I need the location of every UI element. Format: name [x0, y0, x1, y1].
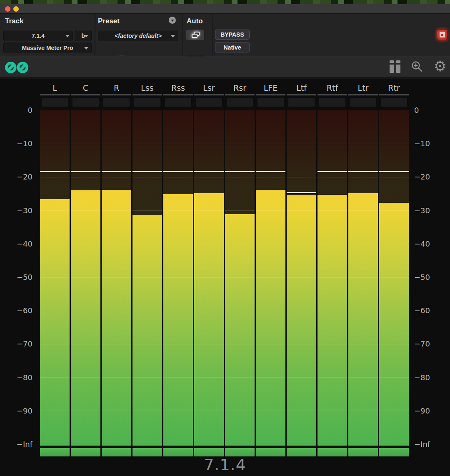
db-gridline [287, 144, 316, 144]
clip-indicator[interactable] [72, 98, 99, 107]
clip-indicator[interactable] [258, 98, 284, 107]
meter-level-bar [256, 190, 285, 446]
track-variant-selector[interactable]: b [75, 30, 92, 41]
db-scale-label: 0 [414, 105, 443, 115]
db-gridline [71, 177, 100, 177]
clip-indicator[interactable] [350, 98, 376, 107]
db-gridline [348, 177, 378, 177]
db-gridline [348, 411, 378, 411]
channel-underline [318, 95, 347, 95]
meter-footer-segment [379, 448, 409, 456]
clip-indicator[interactable] [319, 98, 345, 107]
db-gridline [40, 210, 70, 211]
meter-gradient [379, 203, 409, 446]
track-selector[interactable]: 7.1.4 [3, 30, 73, 41]
meter-column [102, 110, 131, 446]
preset-selector[interactable]: <factory default> [98, 30, 178, 41]
automation-button[interactable] [186, 29, 205, 40]
channel: Lss [132, 79, 162, 456]
preset-section-label: Preset [98, 17, 120, 25]
db-scale-label: −70 [414, 339, 443, 349]
db-gridline [163, 344, 193, 344]
db-gridline [225, 177, 255, 177]
db-gridline [40, 277, 70, 278]
chevron-down-icon [84, 47, 88, 50]
channel-underline [348, 95, 378, 95]
channel-underline [379, 95, 409, 95]
meter-gradient [40, 199, 70, 446]
db-gridline [132, 377, 162, 378]
db-gridline [256, 411, 285, 411]
db-gridline [379, 177, 409, 177]
plugin-selector-value: Massive Meter Pro [22, 45, 73, 51]
db-gridline [379, 344, 409, 344]
channel-underline [163, 95, 193, 95]
meter-area: 0−10−20−30−40−50−60−70−80−90−Inf LCRLssR… [0, 79, 450, 476]
channel-label: L [40, 79, 70, 95]
target-icon-core [441, 34, 443, 36]
channel-label: R [102, 79, 131, 95]
db-scale-label: −Inf [414, 439, 443, 449]
db-gridline [163, 244, 193, 244]
clip-indicator[interactable] [103, 98, 130, 107]
peak-hold-line [194, 171, 224, 172]
db-gridline [194, 377, 224, 378]
channel-underline [40, 95, 70, 95]
db-gridline [132, 411, 162, 411]
channel: Rsr [225, 79, 255, 456]
db-gridline [287, 411, 316, 411]
db-scale-label: −90 [414, 406, 443, 416]
db-gridline [256, 344, 285, 344]
clip-indicator[interactable] [381, 98, 407, 107]
pages-icon [191, 31, 200, 39]
meter-level-bar [287, 195, 316, 446]
bypass-button[interactable]: BYPASS [215, 30, 250, 40]
db-gridline [132, 144, 162, 144]
db-gridline [318, 344, 347, 344]
meter-footer-segment [40, 448, 70, 456]
db-scale-label: −30 [414, 206, 443, 216]
db-gridline [102, 277, 131, 278]
close-button[interactable] [5, 6, 10, 12]
plugin-selector[interactable]: Massive Meter Pro [3, 42, 92, 53]
db-gridline [256, 210, 285, 211]
peak-hold-line [256, 171, 285, 172]
db-gridline [287, 277, 316, 278]
clip-indicator[interactable] [165, 98, 191, 107]
channel: R [102, 79, 131, 456]
titlebar[interactable] [0, 4, 450, 14]
meter-hold-icon[interactable] [390, 60, 400, 73]
minimize-button[interactable] [13, 6, 19, 12]
preset-menu-icon[interactable] [169, 17, 176, 24]
clip-indicator[interactable] [196, 98, 222, 107]
hold-bar [390, 60, 394, 73]
clip-indicator[interactable] [227, 98, 253, 107]
meter-footer-segment [256, 448, 285, 456]
zoom-in-icon[interactable] [410, 60, 424, 73]
db-gridline [348, 244, 378, 244]
db-gridline [379, 244, 409, 244]
db-gridline [194, 411, 224, 411]
clip-indicator[interactable] [288, 98, 315, 107]
meter-footer-segment [225, 448, 255, 456]
channel: Rtr [379, 79, 409, 456]
clip-indicator[interactable] [42, 98, 68, 107]
db-gridline [71, 411, 100, 411]
db-gridline [102, 177, 131, 177]
target-button[interactable] [437, 29, 448, 40]
meter-level-bar [163, 194, 193, 446]
meter-column [287, 110, 316, 446]
db-gridline [163, 411, 193, 411]
channel-label: Ltr [348, 79, 378, 95]
channel-label: Rtf [318, 79, 347, 95]
settings-gear-icon[interactable]: ⚙ [434, 59, 447, 74]
meter-level-bar [348, 193, 378, 446]
clip-indicator[interactable] [134, 98, 160, 107]
db-gridline [163, 177, 193, 177]
db-scale-label: −40 [414, 239, 443, 249]
db-gridline [132, 311, 162, 311]
native-button[interactable]: Native [215, 42, 250, 52]
meter-column [194, 110, 224, 446]
db-gridline [71, 210, 100, 211]
channel: Lsr [194, 79, 224, 456]
